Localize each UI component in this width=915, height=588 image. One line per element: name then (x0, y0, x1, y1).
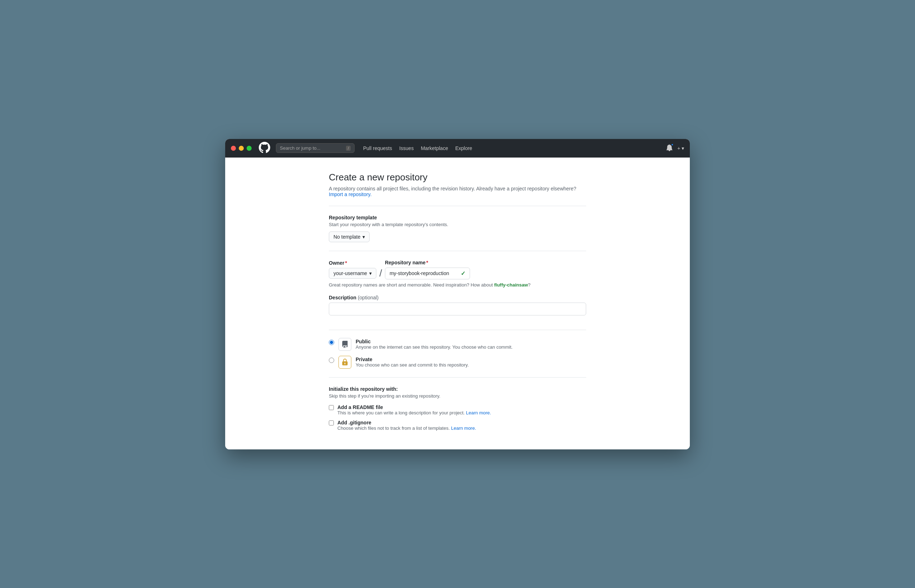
readme-checkbox[interactable] (329, 405, 334, 410)
divider-4 (329, 377, 586, 378)
divider-1 (329, 206, 586, 206)
owner-repo-row: Owner* your-username ▾ / Repository name… (329, 260, 586, 279)
import-link[interactable]: Import a repository. (329, 191, 372, 197)
titlebar-right: + ▾ (666, 144, 684, 153)
page-subtitle: A repository contains all project files,… (329, 186, 586, 197)
close-button[interactable] (231, 146, 236, 151)
owner-label: Owner* (329, 260, 376, 266)
search-placeholder: Search or jump to... (280, 145, 320, 151)
gitignore-desc: Choose which files not to track from a l… (337, 425, 476, 431)
template-section: Repository template Start your repositor… (329, 215, 586, 242)
public-radio[interactable] (329, 340, 334, 345)
chevron-down-icon: ▾ (363, 234, 365, 240)
notification-dot (671, 143, 674, 146)
form-container: Create a new repository A repository con… (322, 172, 593, 431)
public-text: Public Anyone on the internet can see th… (356, 339, 513, 350)
search-bar[interactable]: Search or jump to... / (276, 143, 355, 153)
notifications-button[interactable] (666, 144, 673, 153)
description-section: Description (optional) (329, 295, 586, 321)
owner-dropdown[interactable]: your-username ▾ (329, 268, 376, 279)
main-nav: Pull requests Issues Marketplace Explore (363, 145, 472, 151)
check-icon: ✓ (457, 268, 470, 279)
init-desc: Skip this step if you're importing an ex… (329, 393, 586, 399)
private-radio[interactable] (329, 358, 334, 363)
description-input[interactable] (329, 302, 586, 315)
separator: / (379, 268, 382, 279)
public-option[interactable]: Public Anyone on the internet can see th… (329, 339, 586, 351)
repo-required: * (426, 260, 428, 265)
maximize-button[interactable] (247, 146, 252, 151)
optional-text: (optional) (358, 295, 379, 300)
minimize-button[interactable] (239, 146, 244, 151)
chevron-down-icon-owner: ▾ (369, 270, 372, 276)
repo-label: Repository name* (385, 260, 470, 265)
gitignore-label: Add .gitignore (337, 420, 476, 425)
nav-marketplace[interactable]: Marketplace (421, 145, 448, 151)
desc-label: Description (optional) (329, 295, 586, 300)
gitignore-learn-more[interactable]: Learn more. (451, 425, 476, 431)
private-text: Private You choose who can see and commi… (356, 357, 469, 368)
github-logo[interactable] (259, 142, 270, 154)
nav-explore[interactable]: Explore (455, 145, 472, 151)
nav-pull-requests[interactable]: Pull requests (363, 145, 392, 151)
template-dropdown[interactable]: No template ▾ (329, 231, 369, 242)
slash-key: / (346, 146, 351, 151)
public-icon (338, 338, 351, 351)
template-desc: Start your repository with a template re… (329, 222, 586, 227)
repo-name-input[interactable] (385, 268, 457, 278)
readme-row: Add a README file This is where you can … (329, 404, 586, 415)
private-icon (338, 356, 351, 369)
gitignore-checkbox[interactable] (329, 420, 334, 425)
divider-2 (329, 251, 586, 251)
gitignore-text: Add .gitignore Choose which files not to… (337, 420, 476, 431)
repo-input-wrapper: ✓ (385, 268, 470, 279)
nav-issues[interactable]: Issues (399, 145, 413, 151)
gitignore-row: Add .gitignore Choose which files not to… (329, 420, 586, 431)
owner-value: your-username (334, 270, 367, 276)
inspiration-text: Great repository names are short and mem… (329, 282, 586, 288)
init-title: Initialize this repository with: (329, 386, 586, 392)
readme-label: Add a README file (337, 404, 491, 410)
main-content: Create a new repository A repository con… (225, 158, 690, 449)
private-option[interactable]: Private You choose who can see and commi… (329, 357, 586, 369)
owner-required: * (345, 260, 347, 266)
traffic-lights (231, 146, 252, 151)
browser-window: Search or jump to... / Pull requests Iss… (225, 139, 690, 449)
template-label: Repository template (329, 215, 586, 220)
titlebar: Search or jump to... / Pull requests Iss… (225, 139, 690, 158)
page-title: Create a new repository (329, 172, 586, 183)
template-value: No template (334, 234, 360, 240)
readme-desc: This is where you can write a long descr… (337, 410, 491, 415)
owner-section: Owner* your-username ▾ (329, 260, 376, 279)
suggestion-link[interactable]: fluffy-chainsaw (494, 282, 528, 288)
repo-section: Repository name* ✓ (385, 260, 470, 279)
create-new-button[interactable]: + ▾ (677, 145, 684, 151)
initialize-section: Initialize this repository with: Skip th… (329, 386, 586, 431)
readme-learn-more[interactable]: Learn more. (466, 410, 491, 415)
readme-text: Add a README file This is where you can … (337, 404, 491, 415)
